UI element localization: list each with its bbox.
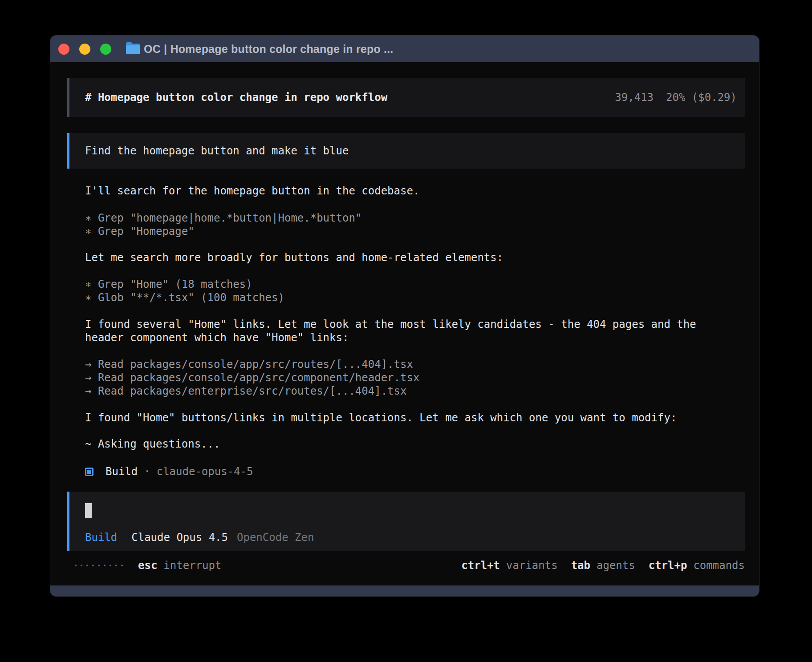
editor-agent-label: Build — [85, 531, 117, 544]
tool-call-grep: ∗ Grep "Homepage" — [85, 225, 195, 238]
assistant-text: header component which have "Home" links… — [85, 331, 349, 344]
spinner-dot — [104, 565, 106, 566]
assistant-text: Let me search more broadly for buttons a… — [85, 251, 503, 264]
hint-agents: tab agents — [571, 559, 635, 572]
spinner-dot — [75, 565, 77, 566]
minimize-window-button[interactable] — [79, 44, 90, 55]
tool-call-grep: ∗ Grep "Home" (18 matches) — [85, 278, 252, 291]
working-status: ~ Asking questions... — [85, 437, 220, 451]
agent-status-row: Build · claude-opus-4-5 — [85, 464, 253, 479]
window-bottom-chrome — [50, 585, 759, 596]
assistant-text: I'll search for the homepage button in t… — [85, 184, 419, 198]
ctrl-t-key-hint: ctrl+t — [461, 559, 500, 572]
editor-model-label: Claude Opus 4.5 — [131, 531, 228, 544]
zoom-window-button[interactable] — [100, 44, 111, 55]
build-agent-icon — [85, 468, 93, 476]
spinner-dot — [81, 565, 82, 566]
ctrl-p-key-label: commands — [693, 559, 745, 572]
token-count: 39,413 — [615, 91, 654, 104]
session-header: # Homepage button color change in repo w… — [67, 78, 745, 117]
spinner-dot — [86, 565, 88, 566]
spinner-dot — [110, 565, 111, 566]
prompt-input[interactable]: Build Claude Opus 4.5 OpenCode Zen — [67, 492, 745, 551]
hint-commands: ctrl+p commands — [649, 559, 745, 572]
spinner-dot — [98, 565, 100, 566]
footer-right: ctrl+t variants tab agents ctrl+p comman… — [461, 559, 745, 572]
close-window-button[interactable] — [58, 44, 69, 55]
agent-name: Build — [106, 465, 138, 478]
spinner-dot — [121, 565, 123, 566]
terminal-window: OC | Homepage button color change in rep… — [50, 36, 759, 596]
tool-call-read: → Read packages/console/app/src/componen… — [85, 371, 419, 384]
traffic-lights — [50, 44, 111, 55]
assistant-text: I found several "Home" links. Let me loo… — [85, 318, 696, 331]
session-stats: 39,413 20% ($0.29) — [615, 91, 737, 104]
model-name: claude-opus-4-5 — [157, 465, 253, 478]
assistant-text: I found "Home" buttons/links in multiple… — [85, 411, 677, 424]
tool-call-grep: ∗ Grep "homepage|home.*button|Home.*butt… — [85, 211, 361, 225]
spinner-dot — [92, 565, 94, 566]
context-usage: 20% ($0.29) — [666, 91, 737, 104]
tab-key-hint: tab — [571, 559, 590, 572]
tool-call-read: → Read packages/console/app/src/routes/[… — [85, 358, 413, 371]
user-message-text: Find the homepage button and make it blu… — [85, 144, 349, 157]
editor-status-bar: Build Claude Opus 4.5 OpenCode Zen — [85, 531, 314, 544]
footer-bar: esc interrupt ctrl+t variants tab agents… — [75, 559, 745, 572]
separator-dot: · — [144, 465, 150, 478]
tool-call-read: → Read packages/enterprise/src/routes/[.… — [85, 384, 406, 398]
esc-key-hint: esc — [138, 559, 157, 572]
editor-provider-label: OpenCode Zen — [237, 531, 314, 544]
folder-icon — [126, 44, 140, 54]
footer-left: esc interrupt — [75, 559, 221, 572]
ctrl-t-key-label: variants — [506, 559, 558, 572]
user-message: Find the homepage button and make it blu… — [67, 133, 745, 169]
tab-key-label: agents — [597, 559, 635, 572]
session-title: # Homepage button color change in repo w… — [85, 91, 387, 104]
esc-key-label: interrupt — [163, 559, 221, 572]
window-title: OC | Homepage button color change in rep… — [144, 43, 393, 56]
text-cursor — [85, 503, 92, 518]
tool-call-glob: ∗ Glob "**/*.tsx" (100 matches) — [85, 291, 284, 304]
hint-variants: ctrl+t variants — [461, 559, 557, 572]
ctrl-p-key-hint: ctrl+p — [649, 559, 687, 572]
spinner-dot — [115, 565, 117, 566]
window-titlebar[interactable]: OC | Homepage button color change in rep… — [50, 36, 759, 62]
activity-spinner-dots — [75, 565, 123, 566]
